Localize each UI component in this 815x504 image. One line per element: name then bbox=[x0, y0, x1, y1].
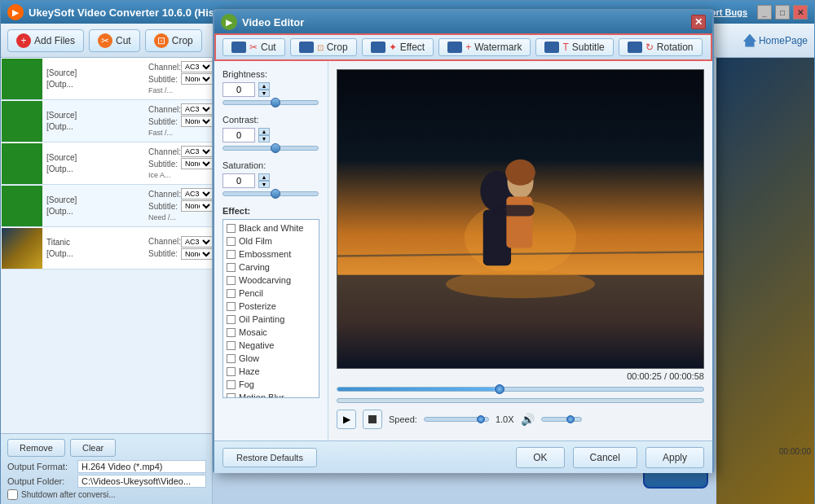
list-item[interactable]: [Source] [Outp... Channel: AC3 Subtitle:… bbox=[1, 100, 212, 142]
effect-item-oil-painting[interactable]: Oil Painting bbox=[225, 313, 317, 326]
brightness-input[interactable] bbox=[222, 82, 255, 97]
contrast-spinner[interactable]: ▲ ▼ bbox=[258, 128, 270, 142]
effect-checkbox[interactable] bbox=[227, 393, 236, 399]
brightness-slider-track[interactable] bbox=[222, 100, 319, 105]
effect-checkbox[interactable] bbox=[227, 328, 236, 337]
volume-slider[interactable] bbox=[541, 417, 582, 422]
saturation-spinner[interactable]: ▲ ▼ bbox=[258, 173, 270, 188]
output-format-value[interactable]: H.264 Video (*.mp4) bbox=[77, 460, 206, 473]
effect-item-glow[interactable]: Glow bbox=[225, 352, 317, 365]
ok-button[interactable]: OK bbox=[516, 447, 564, 468]
brightness-label: Brightness: bbox=[222, 69, 319, 79]
stop-button[interactable] bbox=[363, 410, 382, 429]
effect-checkbox[interactable] bbox=[227, 237, 236, 246]
restore-button[interactable]: □ bbox=[775, 5, 790, 20]
effect-item-negative[interactable]: Negative bbox=[225, 339, 317, 352]
progress-bar-area[interactable] bbox=[337, 387, 704, 392]
brightness-spinner[interactable]: ▲ ▼ bbox=[258, 82, 270, 97]
tab-watermark[interactable]: + Watermark bbox=[438, 38, 531, 56]
effect-checkbox[interactable] bbox=[227, 315, 236, 324]
effect-item-embossment[interactable]: Embossment bbox=[225, 248, 317, 261]
tab-cut[interactable]: ✂ Cut bbox=[222, 38, 285, 56]
channel-select[interactable]: AC3 bbox=[181, 236, 213, 248]
current-time: 00:00:25 bbox=[627, 371, 662, 381]
close-button[interactable]: ✕ bbox=[793, 5, 808, 20]
crop-button[interactable]: ⊡ Crop bbox=[145, 29, 202, 52]
channel-select[interactable]: AC3 bbox=[181, 188, 213, 199]
saturation-slider-thumb[interactable] bbox=[271, 189, 280, 199]
effect-item-woodcarving[interactable]: Woodcarving bbox=[225, 274, 317, 287]
tab-crop[interactable]: ⊡ Crop bbox=[290, 38, 357, 56]
contrast-input[interactable] bbox=[222, 128, 255, 142]
progress-track[interactable] bbox=[337, 387, 704, 392]
spin-up[interactable]: ▲ bbox=[258, 128, 270, 135]
saturation-control: Saturation: ▲ ▼ bbox=[222, 160, 319, 196]
speed-thumb[interactable] bbox=[477, 415, 485, 423]
homepage-link[interactable]: HomePage bbox=[743, 34, 808, 47]
restore-defaults-button[interactable]: Restore Defaults bbox=[222, 448, 317, 467]
effect-checkbox[interactable] bbox=[227, 289, 236, 298]
spin-down[interactable]: ▼ bbox=[258, 90, 270, 97]
channel-select[interactable]: AC3 bbox=[181, 103, 213, 115]
volume-thumb[interactable] bbox=[566, 415, 575, 423]
effect-checkbox[interactable] bbox=[227, 263, 236, 272]
spin-up[interactable]: ▲ bbox=[258, 82, 270, 90]
effect-item-black-white[interactable]: Black and White bbox=[225, 221, 317, 234]
tab-effect[interactable]: ✦ Effect bbox=[362, 38, 434, 56]
effect-checkbox[interactable] bbox=[227, 276, 236, 285]
effect-item-mosaic[interactable]: Mosaic bbox=[225, 326, 317, 339]
add-files-button[interactable]: + Add Files bbox=[7, 29, 84, 52]
subtitle-select[interactable]: None bbox=[181, 116, 213, 127]
channel-select[interactable]: AC3 bbox=[181, 146, 213, 157]
effect-checkbox[interactable] bbox=[227, 341, 236, 350]
brightness-slider-thumb[interactable] bbox=[271, 98, 280, 107]
saturation-input[interactable] bbox=[222, 173, 255, 188]
channel-select[interactable]: AC3 bbox=[181, 61, 213, 72]
effect-item-haze[interactable]: Haze bbox=[225, 365, 317, 378]
minimize-button[interactable]: _ bbox=[757, 5, 772, 20]
effect-checkbox[interactable] bbox=[227, 367, 236, 376]
tab-subtitle[interactable]: T Subtitle bbox=[535, 38, 613, 56]
cancel-button[interactable]: Cancel bbox=[573, 447, 637, 468]
apply-button[interactable]: Apply bbox=[645, 447, 704, 468]
effect-item-posterize[interactable]: Posterize bbox=[225, 300, 317, 313]
play-button[interactable]: ▶ bbox=[337, 410, 356, 429]
list-item[interactable]: [Source] [Outp... Channel: AC3 Subtitle:… bbox=[1, 58, 212, 100]
remove-button[interactable]: Remove bbox=[7, 439, 65, 457]
dialog-close-button[interactable]: ✕ bbox=[691, 15, 706, 29]
shutdown-checkbox[interactable] bbox=[7, 489, 18, 500]
spin-down[interactable]: ▼ bbox=[258, 181, 270, 188]
effect-list[interactable]: Black and White Old Film Embossment Carv… bbox=[222, 219, 319, 398]
speed-slider[interactable] bbox=[424, 417, 489, 422]
trim-bar-area[interactable] bbox=[337, 398, 704, 403]
subtitle-select[interactable]: None bbox=[181, 200, 213, 212]
trim-track[interactable] bbox=[337, 398, 704, 403]
effect-checkbox[interactable] bbox=[227, 224, 236, 233]
list-item[interactable]: [Source] [Outp... Channel: AC3 Subtitle:… bbox=[1, 142, 212, 185]
contrast-slider-track[interactable] bbox=[222, 146, 319, 151]
effect-item-old-film[interactable]: Old Film bbox=[225, 234, 317, 248]
effect-item-carving[interactable]: Carving bbox=[225, 261, 317, 274]
effect-checkbox[interactable] bbox=[227, 354, 236, 363]
effect-checkbox[interactable] bbox=[227, 302, 236, 311]
cut-button[interactable]: ✂ Cut bbox=[89, 29, 140, 52]
effect-item-pencil[interactable]: Pencil bbox=[225, 287, 317, 300]
contrast-slider-thumb[interactable] bbox=[271, 143, 280, 153]
spin-down[interactable]: ▼ bbox=[258, 135, 270, 142]
saturation-slider-track[interactable] bbox=[222, 191, 319, 196]
subtitle-select[interactable]: None bbox=[181, 73, 213, 85]
effect-item-motion-blur[interactable]: Motion Blur bbox=[225, 391, 317, 398]
progress-thumb[interactable] bbox=[495, 384, 504, 394]
subtitle-select[interactable]: None bbox=[181, 158, 213, 169]
tab-subtitle-label: Subtitle bbox=[572, 42, 605, 53]
output-folder-value[interactable]: C:\Videos-Ukeysoft\Video... bbox=[77, 475, 206, 488]
spin-up[interactable]: ▲ bbox=[258, 173, 270, 181]
effect-item-fog[interactable]: Fog bbox=[225, 378, 317, 391]
list-item[interactable]: Titanic [Outp... Channel: AC3 Subtitle: … bbox=[1, 227, 212, 270]
list-item[interactable]: [Source] [Outp... Channel: AC3 Subtitle:… bbox=[1, 185, 212, 227]
effect-checkbox[interactable] bbox=[227, 380, 236, 389]
clear-button[interactable]: Clear bbox=[70, 439, 116, 457]
subtitle-select[interactable]: None bbox=[181, 248, 213, 260]
tab-rotation[interactable]: ↻ Rotation bbox=[619, 38, 703, 56]
effect-checkbox[interactable] bbox=[227, 250, 236, 259]
